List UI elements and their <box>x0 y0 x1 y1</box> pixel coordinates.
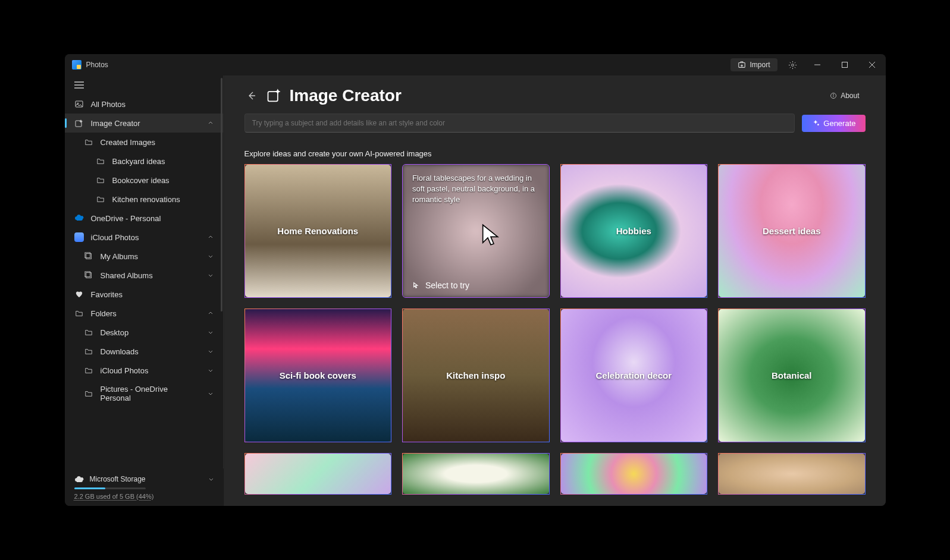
idea-card-kitchen[interactable]: Kitchen inspo <box>402 309 550 442</box>
folder-icon <box>84 328 93 337</box>
idea-card-celebration[interactable]: Celebration decor <box>560 309 708 442</box>
heart-icon <box>74 290 84 299</box>
sidebar-item-favorites[interactable]: Favorites <box>65 285 223 304</box>
chevron-down-icon <box>208 367 214 373</box>
chevron-down-icon <box>208 253 214 259</box>
sidebar-item-created-images[interactable]: Created Images <box>65 133 223 152</box>
chevron-down-icon <box>208 329 214 335</box>
app-title: Photos <box>86 61 108 69</box>
chevron-down-icon <box>208 391 214 397</box>
info-icon <box>830 92 837 99</box>
sidebar-item-downloads[interactable]: Downloads <box>65 342 223 361</box>
svg-rect-16 <box>268 92 277 101</box>
idea-card-floral[interactable]: Floral tablescapes for a wedding in soft… <box>402 164 550 298</box>
idea-card-partial-1[interactable] <box>244 453 392 495</box>
onedrive-icon <box>74 213 84 223</box>
maximize-button[interactable] <box>831 54 858 75</box>
folder-icon <box>84 347 93 356</box>
storage-section: Microsoft Storage 2.2 GB used of 5 GB (4… <box>65 468 224 506</box>
svg-rect-3 <box>842 62 847 68</box>
settings-button[interactable] <box>782 54 804 75</box>
gear-icon <box>788 61 797 70</box>
idea-card-hobbies[interactable]: Hobbies <box>560 164 708 298</box>
idea-card-partial-2[interactable] <box>402 453 550 495</box>
photos-icon <box>74 99 84 109</box>
idea-prompt-text: Floral tablescapes for a wedding in soft… <box>412 173 540 206</box>
app-window: Photos Import <box>65 54 886 506</box>
icloud-icon <box>74 232 84 242</box>
import-icon <box>738 61 746 69</box>
idea-card-scifi[interactable]: Sci-fi book covers <box>244 309 392 442</box>
storage-button[interactable]: Microsoft Storage <box>74 474 214 484</box>
folder-icon <box>96 156 105 166</box>
sidebar-item-folders[interactable]: Folders <box>65 304 223 323</box>
idea-card-botanical[interactable]: Botanical <box>718 309 866 442</box>
chevron-up-icon <box>208 310 214 316</box>
sidebar-item-onedrive[interactable]: OneDrive - Personal <box>65 209 223 228</box>
sidebar-item-icloud-folder[interactable]: iCloud Photos <box>65 361 223 380</box>
album-icon <box>84 251 93 261</box>
select-to-try: Select to try <box>412 281 469 290</box>
app-icon <box>72 60 81 70</box>
image-creator-icon <box>74 118 84 128</box>
explore-heading: Explore ideas and create your own AI-pow… <box>224 133 886 164</box>
album-icon <box>84 270 93 280</box>
storage-progress <box>74 487 146 489</box>
hamburger-button[interactable] <box>65 75 223 95</box>
sidebar-item-image-creator[interactable]: Image Creator <box>65 114 223 133</box>
sidebar-item-bookcover[interactable]: Bookcover ideas <box>65 171 223 190</box>
storage-detail[interactable]: 2.2 GB used of 5 GB (44%) <box>74 493 214 500</box>
about-button[interactable]: About <box>824 88 865 103</box>
sidebar-item-shared-albums[interactable]: Shared Albums <box>65 266 223 285</box>
idea-card-partial-4[interactable] <box>718 453 866 495</box>
import-button[interactable]: Import <box>730 58 777 71</box>
sidebar-item-icloud[interactable]: iCloud Photos <box>65 228 223 247</box>
sidebar-item-desktop[interactable]: Desktop <box>65 323 223 342</box>
sidebar-item-my-albums[interactable]: My Albums <box>65 247 223 266</box>
maximize-icon <box>842 62 848 68</box>
folder-icon <box>96 175 105 185</box>
chevron-down-icon <box>208 348 214 354</box>
svg-point-20 <box>817 124 819 125</box>
idea-card-partial-3[interactable] <box>560 453 708 495</box>
sidebar-item-kitchen[interactable]: Kitchen renovations <box>65 190 223 209</box>
chevron-down-icon <box>208 476 214 482</box>
folder-icon <box>84 137 93 147</box>
folder-icon <box>96 194 105 204</box>
svg-point-1 <box>792 64 794 66</box>
chevron-down-icon <box>208 272 214 278</box>
close-icon <box>869 62 875 68</box>
generate-button[interactable]: Generate <box>802 115 865 132</box>
cursor-icon <box>479 223 503 247</box>
chevron-up-icon <box>208 234 214 240</box>
folder-icon <box>84 389 93 398</box>
prompt-input[interactable] <box>244 114 795 133</box>
hamburger-icon <box>74 81 84 89</box>
minimize-button[interactable] <box>804 54 831 75</box>
back-arrow-icon <box>247 91 256 100</box>
page-title: Image Creator <box>266 86 402 105</box>
main-content: Image Creator About Generate Explore ide… <box>224 75 886 506</box>
sidebar-item-all-photos[interactable]: All Photos <box>65 95 223 114</box>
sidebar: All Photos Image Creator Created Images … <box>65 75 224 506</box>
back-button[interactable] <box>244 89 259 103</box>
folder-icon <box>74 309 84 318</box>
minimize-icon <box>814 62 820 68</box>
sidebar-item-pictures-od[interactable]: Pictures - OneDrive Personal <box>65 380 223 407</box>
sparkle-arrow-icon <box>412 281 421 290</box>
cards-grid: Home Renovations Floral tablescapes for … <box>244 164 866 495</box>
sparkle-icon <box>811 119 820 127</box>
image-creator-title-icon <box>266 87 283 104</box>
titlebar: Photos Import <box>65 54 886 75</box>
sidebar-item-backyard[interactable]: Backyard ideas <box>65 152 223 171</box>
chevron-up-icon <box>208 120 214 126</box>
idea-card-home-reno[interactable]: Home Renovations <box>244 164 392 298</box>
folder-icon <box>84 366 93 375</box>
svg-point-19 <box>833 94 834 95</box>
idea-card-dessert[interactable]: Dessert ideas <box>718 164 866 298</box>
close-button[interactable] <box>858 54 886 75</box>
cloud-icon <box>74 474 84 484</box>
